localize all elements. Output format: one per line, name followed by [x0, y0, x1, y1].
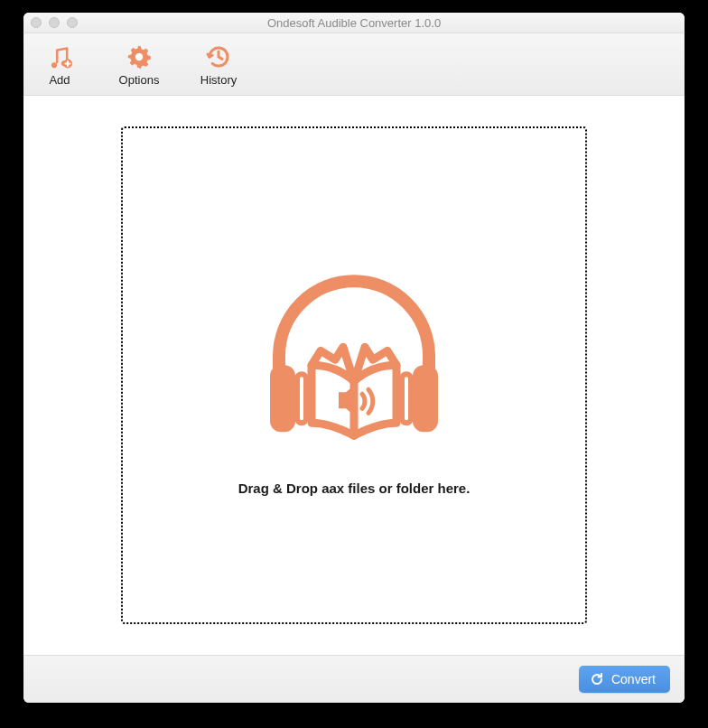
titlebar: Ondesoft Audible Converter 1.0.0: [23, 13, 685, 33]
svg-rect-3: [413, 365, 438, 432]
options-button-label: Options: [119, 73, 160, 87]
svg-rect-5: [402, 374, 411, 423]
add-button[interactable]: Add: [33, 37, 87, 91]
dropzone[interactable]: Drag & Drop aax files or folder here.: [121, 126, 587, 624]
toolbar: Add Options: [23, 33, 685, 96]
app-window: Ondesoft Audible Converter 1.0.0 Add: [23, 13, 685, 703]
window-controls: [31, 13, 78, 33]
svg-rect-2: [270, 365, 295, 432]
history-button-label: History: [200, 73, 237, 87]
add-music-icon: [45, 42, 74, 71]
audiobook-headphones-icon: [250, 249, 458, 457]
footer: Convert: [23, 655, 685, 703]
history-icon: [204, 42, 233, 71]
dropzone-text: Drag & Drop aax files or folder here.: [238, 481, 470, 496]
svg-point-1: [135, 52, 143, 60]
traffic-zoom[interactable]: [67, 17, 78, 28]
add-button-label: Add: [49, 73, 70, 87]
options-button[interactable]: Options: [112, 37, 166, 91]
dropzone-inner: Drag & Drop aax files or folder here.: [238, 249, 470, 496]
convert-button[interactable]: Convert: [579, 666, 670, 693]
window-title: Ondesoft Audible Converter 1.0.0: [267, 16, 441, 30]
traffic-minimize[interactable]: [49, 17, 60, 28]
history-button[interactable]: History: [191, 37, 246, 91]
convert-icon: [590, 672, 604, 686]
svg-rect-4: [297, 374, 306, 423]
gear-icon: [125, 42, 154, 71]
traffic-close[interactable]: [31, 17, 42, 28]
convert-button-label: Convert: [611, 672, 656, 686]
content-area: Drag & Drop aax files or folder here.: [23, 96, 685, 655]
